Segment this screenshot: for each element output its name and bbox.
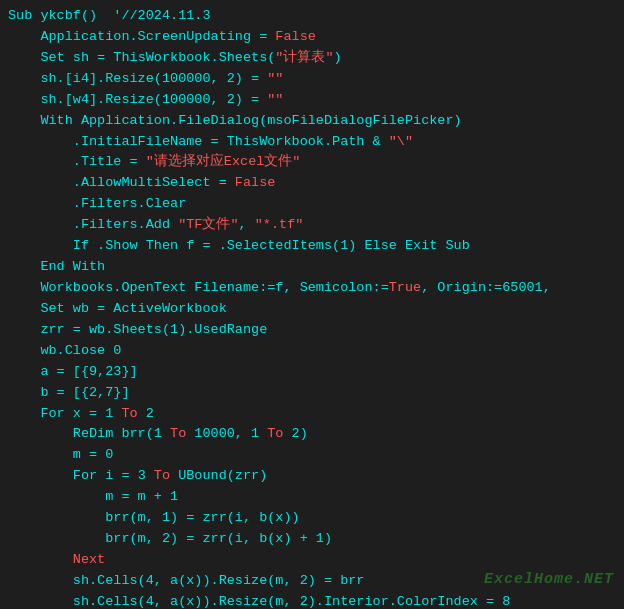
code-token: Then [146, 238, 178, 253]
code-line-6: .InitialFileName = ThisWorkbook.Path & "… [8, 132, 616, 153]
code-line-23: m = m + 1 [8, 487, 616, 508]
code-token: Workbooks.OpenText Filename:=f, Semicolo… [8, 280, 389, 295]
code-line-20: ReDim brr(1 To 10000, 1 To 2) [8, 424, 616, 445]
code-token: Set [40, 50, 64, 65]
code-token: , Origin:=65001, [421, 280, 551, 295]
code-token [8, 406, 40, 421]
code-token: sh.[i4].Resize(100000, 2) = [8, 71, 267, 86]
code-line-22: For i = 3 To UBound(zrr) [8, 466, 616, 487]
code-token [8, 468, 73, 483]
code-token: False [275, 29, 316, 44]
code-line-17: a = [{9,23}] [8, 362, 616, 383]
code-line-19: For x = 1 To 2 [8, 404, 616, 425]
code-token: sh.Cells(4, a(x)).Resize(m, 2) = brr [8, 573, 364, 588]
code-line-11: If .Show Then f = .SelectedItems(1) Else… [8, 236, 616, 257]
code-token: a = [{9,23}] [8, 364, 138, 379]
code-token: "\" [389, 134, 413, 149]
code-token: zrr = wb.Sheets(1).UsedRange [8, 322, 267, 337]
code-token: sh.[w4].Resize(100000, 2) = [8, 92, 267, 107]
code-token: Sub ykcbf() '//2024.11.3 [8, 8, 211, 23]
code-line-1: Application.ScreenUpdating = False [8, 27, 616, 48]
code-token: "" [267, 71, 283, 86]
code-token: "" [267, 92, 283, 107]
code-token: m = 0 [8, 447, 113, 462]
code-token: End With [40, 259, 105, 274]
code-token: Application.ScreenUpdating = [8, 29, 275, 44]
code-token: sh = ThisWorkbook.Sheets( [65, 50, 276, 65]
code-token: m = m + 1 [8, 489, 178, 504]
code-token: "*.tf" [255, 217, 304, 232]
code-token: With [40, 113, 72, 128]
code-line-9: .Filters.Clear [8, 194, 616, 215]
code-token: 10000, 1 [186, 426, 267, 441]
watermark: ExcelHome.NET [484, 568, 614, 591]
code-line-10: .Filters.Add "TF文件", "*.tf" [8, 215, 616, 236]
code-token: "请选择对应Excel文件" [146, 154, 301, 169]
code-editor: Sub ykcbf() '//2024.11.3 Application.Scr… [0, 0, 624, 609]
code-line-18: b = [{2,7}] [8, 383, 616, 404]
code-token: sh.Cells(4, a(x)).Resize(m, 2).Interior.… [8, 594, 510, 609]
code-token: For [73, 468, 97, 483]
code-token: To [121, 406, 137, 421]
code-token: , [239, 217, 255, 232]
code-token: wb.Close 0 [8, 343, 121, 358]
code-line-28: sh.Cells(4, a(x)).Resize(m, 2).Interior.… [8, 592, 616, 609]
code-token: "计算表" [275, 50, 333, 65]
code-token: .AllowMultiSelect = [8, 175, 235, 190]
code-token: x = 1 [65, 406, 122, 421]
code-token: b = [{2,7}] [8, 385, 130, 400]
code-token: .Filters.Clear [8, 196, 186, 211]
code-line-3: sh.[i4].Resize(100000, 2) = "" [8, 69, 616, 90]
code-token: UBound(zrr) [170, 468, 267, 483]
code-token: .Show [89, 238, 146, 253]
code-line-24: brr(m, 1) = zrr(i, b(x)) [8, 508, 616, 529]
code-token: wb = ActiveWorkbook [65, 301, 227, 316]
code-token: brr(m, 2) = zrr(i, b(x) + 1) [8, 531, 332, 546]
code-line-2: Set sh = ThisWorkbook.Sheets("计算表") [8, 48, 616, 69]
code-token: To [154, 468, 170, 483]
code-content: Sub ykcbf() '//2024.11.3 Application.Scr… [8, 6, 616, 609]
code-token: To [170, 426, 186, 441]
code-token: brr(m, 1) = zrr(i, b(x)) [8, 510, 300, 525]
code-token [8, 301, 40, 316]
code-token: .InitialFileName = ThisWorkbook.Path & [8, 134, 389, 149]
code-line-13: Workbooks.OpenText Filename:=f, Semicolo… [8, 278, 616, 299]
code-line-21: m = 0 [8, 445, 616, 466]
code-token: "TF文件" [178, 217, 238, 232]
code-line-12: End With [8, 257, 616, 278]
code-token: Set [40, 301, 64, 316]
code-token: For [40, 406, 64, 421]
code-token [8, 50, 40, 65]
code-token: True [389, 280, 421, 295]
code-token: 2) [283, 426, 307, 441]
code-token: Else [364, 238, 396, 253]
code-token: ) [334, 50, 342, 65]
code-token [8, 552, 73, 567]
code-token: Next [73, 552, 105, 567]
code-token: ReDim brr(1 [8, 426, 170, 441]
code-token [8, 113, 40, 128]
code-line-15: zrr = wb.Sheets(1).UsedRange [8, 320, 616, 341]
code-line-14: Set wb = ActiveWorkbook [8, 299, 616, 320]
code-line-8: .AllowMultiSelect = False [8, 173, 616, 194]
code-token: 2 [138, 406, 154, 421]
code-line-25: brr(m, 2) = zrr(i, b(x) + 1) [8, 529, 616, 550]
code-token [8, 259, 40, 274]
code-token: Application.FileDialog(msoFileDialogFile… [73, 113, 462, 128]
code-line-16: wb.Close 0 [8, 341, 616, 362]
code-token: To [267, 426, 283, 441]
code-token: .Title = [8, 154, 146, 169]
code-token: f = .SelectedItems(1) [178, 238, 364, 253]
code-token: Exit Sub [397, 238, 470, 253]
code-token: If [73, 238, 89, 253]
code-token [8, 238, 73, 253]
code-line-4: sh.[w4].Resize(100000, 2) = "" [8, 90, 616, 111]
code-token: .Filters.Add [8, 217, 178, 232]
code-line-5: With Application.FileDialog(msoFileDialo… [8, 111, 616, 132]
code-line-7: .Title = "请选择对应Excel文件" [8, 152, 616, 173]
code-line-0: Sub ykcbf() '//2024.11.3 [8, 6, 616, 27]
code-token: i = 3 [97, 468, 154, 483]
code-token: False [235, 175, 276, 190]
